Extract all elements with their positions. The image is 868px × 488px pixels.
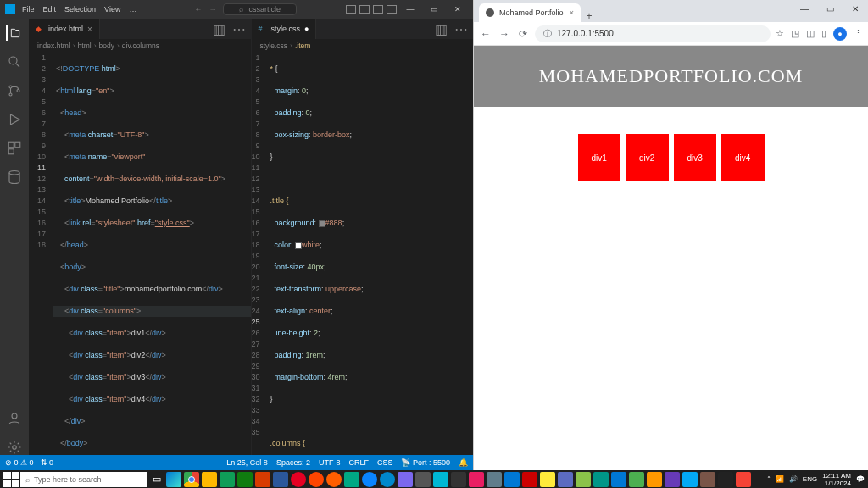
app-icon[interactable] bbox=[451, 472, 466, 487]
filezilla-icon[interactable] bbox=[522, 472, 537, 487]
telegram-icon[interactable] bbox=[380, 472, 395, 487]
close-button[interactable]: ✕ bbox=[448, 5, 468, 14]
app-icon[interactable] bbox=[398, 472, 413, 487]
menu-edit[interactable]: Edit bbox=[43, 5, 57, 14]
split-editor-icon[interactable]: ▥ bbox=[435, 21, 448, 37]
tray-clock[interactable]: 12:11 AM 1/1/2024 bbox=[822, 472, 851, 487]
browser-tab[interactable]: Mohamed Portfolio × bbox=[479, 3, 581, 22]
accounts-icon[interactable] bbox=[7, 411, 22, 426]
command-center[interactable]: ⌕ cssarticle bbox=[223, 3, 297, 15]
app-icon[interactable] bbox=[629, 472, 644, 487]
powerpoint-icon[interactable] bbox=[255, 472, 270, 487]
explorer-icon[interactable] bbox=[6, 25, 21, 41]
nav-fwd-icon[interactable]: → bbox=[209, 5, 216, 14]
code-editor-css[interactable]: 1234567891011121314151617181920212223242… bbox=[252, 53, 474, 455]
app-icon[interactable] bbox=[433, 472, 448, 487]
app-icon[interactable] bbox=[665, 472, 680, 487]
more-icon[interactable]: ⋯ bbox=[232, 21, 246, 37]
layout-icon-3[interactable] bbox=[373, 5, 383, 14]
word-icon[interactable] bbox=[273, 472, 288, 487]
code-editor-html[interactable]: 123456789101112131415161718 <!DOCTYPE ht… bbox=[29, 53, 251, 455]
extension-icon-2[interactable]: ◫ bbox=[806, 28, 815, 39]
tray-chevron-icon[interactable]: ˄ bbox=[767, 475, 771, 483]
status-ports[interactable]: ⇅ 0 bbox=[41, 458, 54, 467]
close-button[interactable]: ✕ bbox=[843, 0, 868, 17]
excel-icon[interactable] bbox=[237, 472, 253, 487]
close-icon[interactable]: × bbox=[87, 25, 92, 34]
chrome-icon[interactable] bbox=[184, 472, 199, 487]
app-icon[interactable] bbox=[700, 472, 715, 487]
tab-index-html[interactable]: ◆ index.html × bbox=[29, 19, 100, 39]
reload-button[interactable]: ⟳ bbox=[516, 28, 530, 40]
vscode-taskbar-icon[interactable] bbox=[504, 472, 520, 487]
app-icon[interactable] bbox=[469, 472, 484, 487]
status-live-server[interactable]: 📡 Port : 5500 bbox=[401, 458, 450, 467]
app-icon[interactable] bbox=[309, 472, 324, 487]
whatsapp-icon[interactable] bbox=[344, 472, 359, 487]
more-icon[interactable]: ⋯ bbox=[454, 21, 468, 37]
app-icon[interactable] bbox=[487, 472, 502, 487]
app-icon[interactable] bbox=[718, 472, 733, 487]
crumb[interactable]: style.css bbox=[260, 42, 288, 50]
nav-back-icon[interactable]: ← bbox=[194, 5, 202, 14]
site-info-icon[interactable]: ⓘ bbox=[543, 28, 552, 40]
breadcrumbs-right[interactable]: style.css› .item bbox=[252, 39, 474, 53]
taskbar-search[interactable]: ⌕ Type here to search bbox=[20, 472, 147, 487]
source-control-icon[interactable] bbox=[7, 83, 22, 98]
tray-language[interactable]: ENG bbox=[803, 475, 817, 483]
back-button[interactable]: ← bbox=[479, 28, 492, 40]
edge-icon[interactable] bbox=[166, 472, 181, 487]
side-panel-icon[interactable]: ▯ bbox=[821, 28, 826, 39]
status-spaces[interactable]: Spaces: 2 bbox=[276, 458, 310, 467]
app-icon[interactable] bbox=[558, 472, 573, 487]
settings-icon[interactable] bbox=[7, 440, 22, 455]
status-eol[interactable]: CRLF bbox=[348, 458, 369, 467]
menu-file[interactable]: File bbox=[22, 5, 35, 14]
tray-volume-icon[interactable]: 🔊 bbox=[789, 475, 798, 483]
close-tab-icon[interactable]: × bbox=[570, 8, 574, 17]
menu-more[interactable]: … bbox=[129, 5, 136, 14]
crumb[interactable]: .item bbox=[295, 42, 310, 50]
extension-icon[interactable]: ◳ bbox=[791, 28, 799, 39]
tray-network-icon[interactable]: 📶 bbox=[776, 475, 784, 483]
crumb[interactable]: html bbox=[78, 42, 92, 50]
forward-button[interactable]: → bbox=[498, 28, 511, 40]
maximize-button[interactable]: ▭ bbox=[817, 0, 843, 17]
crumb[interactable]: index.html bbox=[37, 42, 70, 50]
minimize-button[interactable]: — bbox=[792, 0, 817, 17]
app-icon[interactable] bbox=[576, 472, 591, 487]
profile-avatar[interactable]: ● bbox=[833, 27, 847, 41]
start-button[interactable] bbox=[3, 472, 19, 487]
app-icon[interactable] bbox=[647, 472, 662, 487]
app-icon[interactable] bbox=[540, 472, 555, 487]
status-bell-icon[interactable]: 🔔 bbox=[459, 458, 468, 467]
tray-notifications-icon[interactable]: 💬 bbox=[856, 475, 865, 483]
app-icon[interactable] bbox=[736, 472, 751, 487]
menu-view[interactable]: View bbox=[104, 5, 120, 14]
layout-icon-4[interactable] bbox=[387, 5, 397, 14]
url-bar[interactable]: ⓘ 127.0.0.1:5500 bbox=[535, 25, 771, 42]
sheets-icon[interactable] bbox=[220, 472, 235, 487]
app-icon[interactable] bbox=[415, 472, 431, 487]
crumb[interactable]: body bbox=[99, 42, 114, 50]
split-editor-icon[interactable]: ▥ bbox=[213, 21, 225, 37]
app-icon[interactable] bbox=[326, 472, 342, 487]
crumb[interactable]: div.columns bbox=[122, 42, 159, 50]
search-sidebar-icon[interactable] bbox=[7, 54, 22, 69]
maximize-button[interactable]: ▭ bbox=[424, 5, 444, 14]
layout-icon[interactable] bbox=[346, 5, 356, 14]
breadcrumbs-left[interactable]: index.html› html› body› div.columns bbox=[29, 39, 251, 53]
opera-icon[interactable] bbox=[291, 472, 306, 487]
app-icon[interactable] bbox=[682, 472, 698, 487]
app-icon[interactable] bbox=[611, 472, 626, 487]
layout-icon-2[interactable] bbox=[359, 5, 370, 14]
new-tab-button[interactable]: + bbox=[581, 10, 598, 22]
explorer-app-icon[interactable] bbox=[202, 472, 217, 487]
database-icon[interactable] bbox=[7, 169, 22, 185]
run-debug-icon[interactable] bbox=[7, 112, 22, 127]
minimize-button[interactable]: — bbox=[400, 5, 420, 14]
status-language[interactable]: CSS bbox=[377, 458, 393, 467]
status-cursor[interactable]: Ln 25, Col 8 bbox=[226, 458, 268, 467]
app-icon[interactable] bbox=[593, 472, 609, 487]
menu-selection[interactable]: Selection bbox=[64, 5, 96, 14]
